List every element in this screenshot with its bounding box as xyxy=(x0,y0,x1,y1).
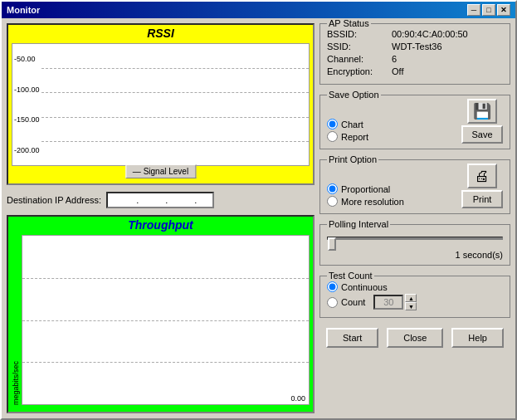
save-radio-group: Chart Report xyxy=(327,119,456,144)
ap-status-group: AP Status BSSID: 00:90:4C:A0:00:50 SSID:… xyxy=(319,23,510,85)
dest-ip-row: Destination IP Address: . . . xyxy=(7,190,315,210)
tp-y-labels: 0.00 xyxy=(290,236,305,404)
title-bar-buttons: ─ □ ✕ xyxy=(467,4,510,16)
print-option-group: Print Option Proportional More resolutio… xyxy=(319,159,510,214)
window-title: Monitor xyxy=(7,5,40,15)
report-radio[interactable] xyxy=(327,131,338,142)
left-panel: RSSI -50.00 -100.00 -150.00 -200.00 xyxy=(7,23,315,413)
count-radio-label[interactable]: Count xyxy=(341,297,365,307)
rssi-y-labels: -50.00 -100.00 -150.00 -200.00 xyxy=(14,44,40,165)
report-radio-row: Report xyxy=(327,131,456,142)
tp-gridlines xyxy=(22,236,309,404)
bssid-value: 00:90:4C:A0:00:50 xyxy=(392,29,468,39)
rssi-gridlines xyxy=(41,44,309,165)
right-panel: AP Status BSSID: 00:90:4C:A0:00:50 SSID:… xyxy=(319,23,510,413)
more-resolution-radio-label[interactable]: More resolution xyxy=(341,197,404,207)
rssi-y-label: -150.00 xyxy=(14,115,40,124)
ssid-value: WDT-Test36 xyxy=(392,42,442,51)
ssid-label: SSID: xyxy=(327,42,385,51)
chart-radio-label[interactable]: Chart xyxy=(341,120,363,129)
print-icon-button[interactable]: 🖨 xyxy=(467,164,497,188)
continuous-radio-label[interactable]: Continuous xyxy=(341,282,388,292)
save-button[interactable]: Save xyxy=(461,125,503,144)
close-button[interactable]: ✕ xyxy=(497,4,510,16)
print-option-content: Proportional More resolution 🖨 Print xyxy=(327,164,503,208)
polling-slider[interactable] xyxy=(327,232,503,245)
dest-ip-label: Destination IP Address: xyxy=(7,195,101,205)
start-button[interactable]: Start xyxy=(326,328,378,348)
throughput-chart: 0.00 xyxy=(22,235,310,405)
count-spin-up[interactable]: ▲ xyxy=(405,294,417,302)
rssi-panel: RSSI -50.00 -100.00 -150.00 -200.00 xyxy=(7,23,315,185)
ssid-row: SSID: WDT-Test36 xyxy=(327,42,503,51)
encryption-value: Off xyxy=(392,66,403,76)
rssi-title: RSSI xyxy=(8,25,313,42)
polling-value-display: 1 second(s) xyxy=(327,250,503,260)
ip-segment-4[interactable] xyxy=(198,195,222,205)
polling-slider-container xyxy=(327,232,503,247)
count-radio[interactable] xyxy=(327,297,338,308)
save-action: 💾 Save xyxy=(461,99,503,144)
print-button[interactable]: Print xyxy=(461,190,503,208)
continuous-radio[interactable] xyxy=(327,281,338,292)
encryption-label: Encryption: xyxy=(327,66,385,76)
count-input-area: 30 ▲ ▼ xyxy=(373,294,417,310)
more-resolution-radio[interactable] xyxy=(327,196,338,207)
channel-label: Channel: xyxy=(327,54,385,64)
count-spin-down[interactable]: ▼ xyxy=(405,302,417,310)
count-spinbutton: ▲ ▼ xyxy=(405,294,417,310)
main-window: Monitor ─ □ ✕ RSSI -50.00 -100.00 -150.0… xyxy=(0,0,517,420)
minimize-button[interactable]: ─ xyxy=(467,4,480,16)
maximize-button[interactable]: □ xyxy=(482,4,495,16)
proportional-radio-row: Proportional xyxy=(327,183,456,194)
test-count-content: Continuous Count 30 ▲ ▼ xyxy=(327,281,503,310)
bssid-row: BSSID: 00:90:4C:A0:00:50 xyxy=(327,29,503,39)
test-count-title: Test Count xyxy=(327,271,374,281)
chart-radio[interactable] xyxy=(327,119,338,129)
print-radio-group: Proportional More resolution xyxy=(327,183,456,208)
ap-status-title: AP Status xyxy=(327,18,371,28)
ip-input-group: . . . xyxy=(106,192,214,208)
channel-row: Channel: 6 xyxy=(327,54,503,64)
rssi-y-label: -100.00 xyxy=(14,85,40,94)
throughput-title: Throughput xyxy=(8,217,313,233)
count-radio-row: Count 30 ▲ ▼ xyxy=(327,294,503,310)
bssid-label: BSSID: xyxy=(327,29,385,39)
ip-segment-3[interactable] xyxy=(169,195,193,205)
rssi-y-label: -200.00 xyxy=(14,146,40,154)
polling-interval-title: Polling Interval xyxy=(327,219,390,229)
proportional-radio-label[interactable]: Proportional xyxy=(341,184,390,194)
save-option-title: Save Option xyxy=(327,90,381,100)
close-button[interactable]: Close xyxy=(387,328,443,348)
save-icon-button[interactable]: 💾 xyxy=(467,99,497,124)
signal-level-legend[interactable]: — Signal Level xyxy=(125,164,196,178)
printer-icon: 🖨 xyxy=(475,168,490,185)
print-option-title: Print Option xyxy=(327,154,378,164)
proportional-radio[interactable] xyxy=(327,183,338,194)
polling-interval-content: 1 second(s) xyxy=(327,232,503,260)
help-button[interactable]: Help xyxy=(451,328,504,348)
content-area: RSSI -50.00 -100.00 -150.00 -200.00 xyxy=(2,18,515,418)
throughput-panel: Throughput megabits/sec 0.00 xyxy=(7,215,315,413)
ap-status-content: BSSID: 00:90:4C:A0:00:50 SSID: WDT-Test3… xyxy=(327,29,503,76)
ip-segment-1[interactable] xyxy=(111,195,134,205)
encryption-row: Encryption: Off xyxy=(327,66,503,76)
bottom-bar: Start Close Help xyxy=(319,323,510,354)
rssi-y-label: -50.00 xyxy=(14,55,40,63)
ip-segment-2[interactable] xyxy=(140,195,163,205)
tp-y-label: 0.00 xyxy=(290,394,305,403)
print-action: 🖨 Print xyxy=(461,164,503,208)
rssi-chart-area: -50.00 -100.00 -150.00 -200.00 xyxy=(12,43,310,166)
count-input[interactable]: 30 xyxy=(373,295,403,310)
channel-value: 6 xyxy=(392,54,397,64)
throughput-container: megabits/sec 0.00 xyxy=(8,233,313,408)
continuous-radio-row: Continuous xyxy=(327,281,503,292)
title-bar: Monitor ─ □ ✕ xyxy=(2,2,515,18)
chart-radio-row: Chart xyxy=(327,119,456,129)
test-count-group: Test Count Continuous Count 30 ▲ ▼ xyxy=(319,276,510,318)
save-option-group: Save Option Chart Report xyxy=(319,95,510,149)
save-option-content: Chart Report 💾 Save xyxy=(327,99,503,144)
throughput-y-axis-label: megabits/sec xyxy=(12,235,20,405)
report-radio-label[interactable]: Report xyxy=(341,132,368,142)
more-res-radio-row: More resolution xyxy=(327,196,456,207)
